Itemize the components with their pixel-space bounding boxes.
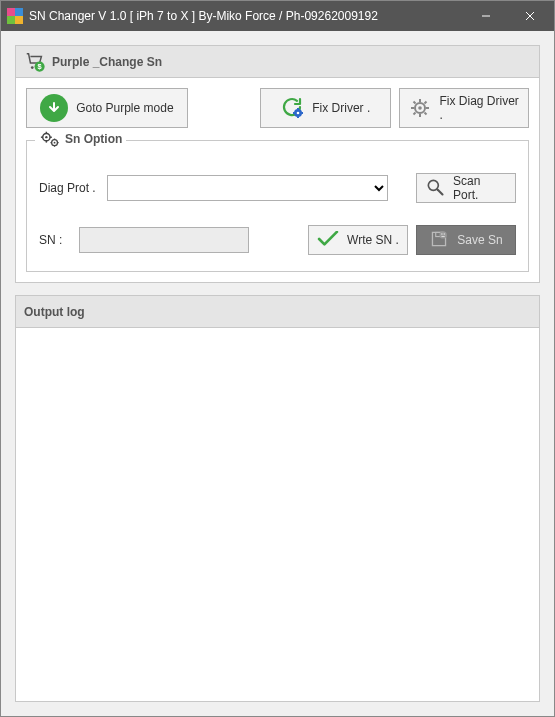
button-label: Fix Driver . — [312, 101, 370, 115]
sn-option-group: Sn Option Diag Prot . — [26, 140, 529, 272]
svg-point-3 — [31, 66, 34, 69]
output-panel-header: Output log — [16, 296, 539, 328]
scan-port-button[interactable]: Scan Port. — [416, 173, 516, 203]
svg-line-19 — [413, 102, 415, 104]
button-label: Save Sn — [457, 233, 502, 247]
svg-point-8 — [297, 111, 300, 114]
close-button[interactable] — [508, 1, 552, 31]
svg-line-20 — [424, 113, 426, 115]
refresh-gear-icon — [280, 95, 304, 122]
client-area: $ Purple _Change Sn Goto Purple mode — [1, 31, 554, 716]
button-label: Fix Diag Driver . — [440, 94, 521, 122]
sn-input[interactable] — [79, 227, 249, 253]
output-panel-title: Output log — [24, 305, 85, 319]
titlebar: SN Changer V 1.0 [ iPh 7 to X ] By-Miko … — [1, 1, 554, 31]
write-sn-button[interactable]: Wrte SN . — [308, 225, 408, 255]
app-icon — [7, 8, 23, 24]
goto-purple-button[interactable]: Goto Purple mode — [26, 88, 188, 128]
window-controls — [464, 1, 552, 31]
magnifier-icon — [425, 177, 445, 200]
diag-port-row: Diag Prot . Scan Port. — [39, 173, 516, 203]
svg-point-38 — [440, 231, 447, 238]
svg-text:$: $ — [38, 62, 42, 71]
check-icon — [317, 231, 339, 250]
svg-line-36 — [438, 189, 443, 194]
main-panel-body: Goto Purple mode — [16, 78, 539, 282]
svg-point-40 — [444, 233, 445, 234]
save-sn-button: Save Sn — [416, 225, 516, 255]
sn-option-legend: Sn Option — [35, 129, 126, 149]
sn-label: SN : — [39, 233, 71, 247]
output-panel: Output log — [15, 295, 540, 702]
gear-icon — [408, 96, 432, 120]
svg-point-30 — [54, 142, 56, 144]
app-window: SN Changer V 1.0 [ iPh 7 to X ] By-Miko … — [0, 0, 555, 717]
button-label: Wrte SN . — [347, 233, 399, 247]
group-legend-label: Sn Option — [65, 132, 122, 146]
main-panel-header: $ Purple _Change Sn — [16, 46, 539, 78]
gears-icon — [39, 129, 61, 149]
diag-port-label: Diag Prot . — [39, 181, 99, 195]
main-panel: $ Purple _Change Sn Goto Purple mode — [15, 45, 540, 283]
diag-port-select[interactable] — [107, 175, 388, 201]
top-button-row: Goto Purple mode — [26, 88, 529, 128]
svg-line-22 — [424, 102, 426, 104]
fix-diag-driver-button[interactable]: Fix Diag Driver . — [399, 88, 530, 128]
output-log-area[interactable] — [16, 328, 539, 701]
button-label: Goto Purple mode — [76, 101, 173, 115]
fix-driver-button[interactable]: Fix Driver . — [260, 88, 391, 128]
window-title: SN Changer V 1.0 [ iPh 7 to X ] By-Miko … — [29, 9, 464, 23]
svg-point-14 — [418, 106, 422, 110]
minimize-button[interactable] — [464, 1, 508, 31]
sn-row: SN : Wrte SN . — [39, 225, 516, 255]
main-panel-title: Purple _Change Sn — [52, 55, 162, 69]
save-icon — [429, 230, 449, 251]
cart-dollar-icon: $ — [24, 51, 46, 73]
svg-line-21 — [413, 113, 415, 115]
svg-point-39 — [441, 233, 442, 234]
arrow-down-circle-icon — [40, 94, 68, 122]
svg-point-24 — [45, 136, 47, 138]
button-label: Scan Port. — [453, 174, 507, 202]
